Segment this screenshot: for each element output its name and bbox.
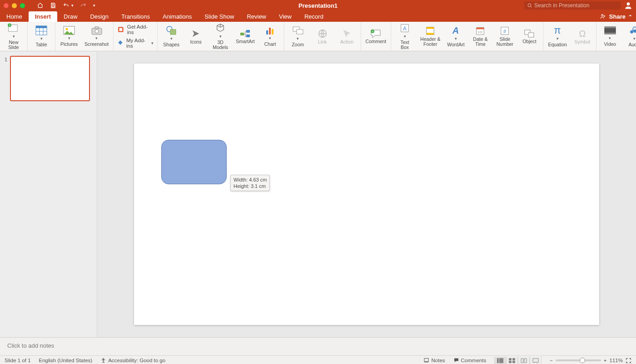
equation-button[interactable]: π ▾ Equation xyxy=(547,25,567,48)
tab-animations[interactable]: Animations xyxy=(156,11,198,22)
slide-1-thumbnail[interactable] xyxy=(10,56,90,101)
share-button[interactable]: Share xyxy=(609,13,626,20)
svg-rect-39 xyxy=(477,28,484,30)
get-addins-button[interactable]: Get Add-ins xyxy=(117,24,154,35)
text-box-button[interactable]: A ▾ Text Box xyxy=(395,22,415,51)
svg-text:A: A xyxy=(452,25,459,35)
symbol-button: Ω Symbol xyxy=(572,28,592,45)
status-language[interactable]: English (United States) xyxy=(39,358,93,363)
undo-dropdown-icon[interactable]: ▾ xyxy=(71,3,74,8)
comments-icon xyxy=(453,358,459,363)
status-slide-counter: Slide 1 of 1 xyxy=(5,358,31,363)
chevron-down-icon: ▾ xyxy=(68,36,70,41)
comments-toggle[interactable]: Comments xyxy=(453,358,487,363)
group-tables: ▾ Table xyxy=(28,22,55,51)
svg-text:+: + xyxy=(9,23,10,26)
chevron-down-icon: ▾ xyxy=(40,36,43,41)
zoom-window-button[interactable] xyxy=(20,3,25,8)
slide-editor[interactable]: Width: 4.63 cm Height: 3.1 cm xyxy=(97,51,636,337)
view-slideshow-button[interactable] xyxy=(530,357,542,364)
svg-rect-56 xyxy=(512,358,515,360)
status-bar: Slide 1 of 1 English (United States) Acc… xyxy=(0,355,636,364)
chart-button[interactable]: ▾ Chart xyxy=(260,25,280,48)
view-reading-button[interactable] xyxy=(518,357,530,364)
svg-rect-51 xyxy=(424,359,428,362)
tab-review[interactable]: Review xyxy=(240,11,273,22)
undo-icon[interactable] xyxy=(63,2,70,9)
account-avatar[interactable] xyxy=(623,0,633,10)
rounded-rectangle-shape[interactable] xyxy=(161,140,227,184)
redo-icon[interactable] xyxy=(80,2,87,9)
chevron-down-icon: ▾ xyxy=(455,36,457,41)
search-input[interactable]: Search in Presentation xyxy=(524,1,621,10)
tab-design[interactable]: Design xyxy=(84,11,114,22)
svg-rect-46 xyxy=(528,33,534,37)
comment-button[interactable]: + Comment xyxy=(365,28,388,45)
titlebar: ▾ ▾ Presentation1 Search in Presentation xyxy=(0,0,636,11)
svg-point-50 xyxy=(103,358,104,359)
zoom-in-button[interactable]: + xyxy=(604,358,607,363)
link-button: Link xyxy=(313,28,333,45)
svg-rect-23 xyxy=(246,34,250,37)
tab-view[interactable]: View xyxy=(273,11,298,22)
save-icon[interactable] xyxy=(50,2,56,9)
slide-thumbnail-panel: 1 xyxy=(0,51,97,337)
icons-button[interactable]: Icons xyxy=(186,28,206,45)
wordart-button[interactable]: A ▾ WordArt xyxy=(446,25,466,48)
date-time-button[interactable]: Date & Time xyxy=(470,25,490,48)
chevron-down-icon: ▾ xyxy=(151,41,154,45)
tab-record[interactable]: Record xyxy=(298,11,330,22)
svg-rect-0 xyxy=(52,6,55,7)
zoom-slider[interactable] xyxy=(556,359,601,361)
home-icon[interactable] xyxy=(37,2,44,9)
ribbon: + ▾ New Slide ▾ Table ▾ Pictures ▾ Scree… xyxy=(0,22,636,51)
notes-toggle[interactable]: Notes xyxy=(423,358,445,363)
svg-rect-55 xyxy=(509,358,512,360)
svg-rect-22 xyxy=(246,30,250,33)
view-mode-buttons xyxy=(494,357,542,364)
new-slide-button[interactable]: + ▾ New Slide xyxy=(4,22,24,51)
view-normal-button[interactable] xyxy=(494,357,506,364)
search-placeholder: Search in Presentation xyxy=(534,2,589,9)
fit-to-window-button[interactable] xyxy=(626,358,631,364)
minimize-window-button[interactable] xyxy=(12,3,17,8)
svg-rect-21 xyxy=(240,33,244,35)
pi-icon: π xyxy=(554,25,561,35)
zoom-percent[interactable]: 111% xyxy=(610,358,623,363)
slide-canvas[interactable]: Width: 4.63 cm Height: 3.1 cm xyxy=(134,64,599,325)
qat-customize-icon[interactable]: ▾ xyxy=(93,3,95,8)
table-button[interactable]: ▾ Table xyxy=(31,25,51,48)
svg-rect-49 xyxy=(605,33,616,34)
svg-rect-57 xyxy=(509,361,512,363)
search-icon xyxy=(527,3,532,8)
slide-number-button[interactable]: # Slide Number xyxy=(495,25,515,48)
svg-point-1 xyxy=(528,4,531,7)
svg-text:+: + xyxy=(372,30,373,33)
zoom-button[interactable]: ▾ Zoom xyxy=(288,25,308,48)
notes-pane[interactable]: Click to add notes xyxy=(0,337,636,355)
group-slides: + ▾ New Slide xyxy=(0,22,28,51)
pictures-button[interactable]: ▾ Pictures xyxy=(59,25,79,48)
svg-rect-59 xyxy=(533,359,538,362)
screenshot-button[interactable]: ▾ Screenshot xyxy=(84,25,109,48)
tab-draw[interactable]: Draw xyxy=(57,11,84,22)
tab-insert[interactable]: Insert xyxy=(29,11,57,22)
zoom-out-button[interactable]: − xyxy=(550,358,553,363)
close-window-button[interactable] xyxy=(4,3,9,8)
smartart-button[interactable]: SmartArt xyxy=(235,28,255,45)
audio-button[interactable]: ▾ Audio xyxy=(625,25,636,48)
shapes-button[interactable]: ▾ Shapes xyxy=(161,25,181,48)
tab-slideshow[interactable]: Slide Show xyxy=(198,11,240,22)
collapse-ribbon-icon[interactable]: ⌄ xyxy=(628,14,632,20)
tab-home[interactable]: Home xyxy=(0,11,29,22)
video-button[interactable]: ▾ Video xyxy=(600,25,620,48)
status-accessibility[interactable]: Accessibility: Good to go xyxy=(100,358,165,364)
my-addins-button[interactable]: My Add-ins ▾ xyxy=(117,38,154,49)
3d-models-button[interactable]: ▾ 3D Models xyxy=(210,22,230,51)
view-sorter-button[interactable] xyxy=(506,357,518,364)
tab-transitions[interactable]: Transitions xyxy=(115,11,156,22)
svg-rect-48 xyxy=(605,27,616,28)
header-footer-button[interactable]: Header & Footer xyxy=(419,25,441,48)
object-button[interactable]: Object xyxy=(519,28,539,45)
svg-rect-18 xyxy=(119,28,122,31)
